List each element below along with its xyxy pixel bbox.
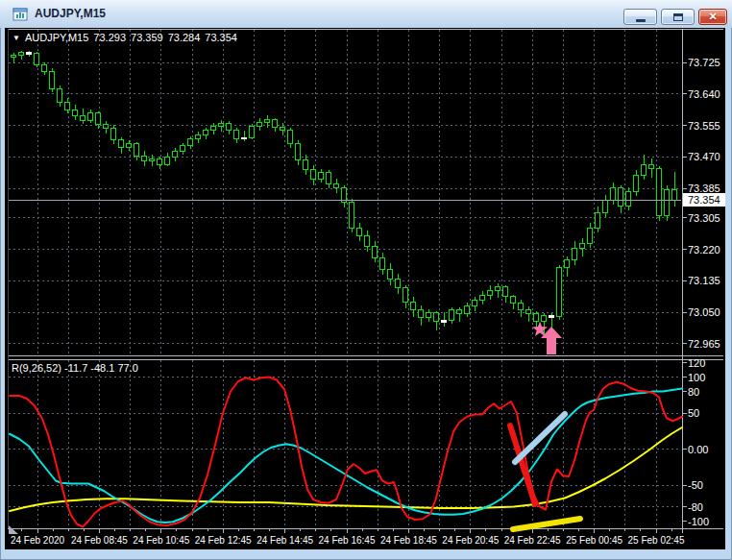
svg-text:73.555: 73.555 [688,120,720,132]
header-low: 73.284 [168,32,201,43]
chart-window: AUDJPY,M15 ✕ 73.72573.64073.55573.47073.… [0,0,732,560]
chart-icon [12,7,28,22]
svg-text:73.470: 73.470 [688,151,720,162]
titlebar[interactable]: AUDJPY,M15 ✕ [0,0,732,28]
svg-text:0.00: 0.00 [688,444,708,455]
close-icon: ✕ [708,10,717,24]
svg-text:25 Feb 00:45: 25 Feb 00:45 [566,535,622,546]
svg-text:24 Feb 2020: 24 Feb 2020 [11,535,65,546]
svg-text:-100: -100 [688,516,709,527]
chart-area[interactable]: 73.72573.64073.55573.47073.38573.30573.2… [5,28,725,549]
svg-text:73.354: 73.354 [688,194,720,206]
svg-text:-80: -80 [688,501,703,513]
svg-text:24 Feb 22:45: 24 Feb 22:45 [504,535,561,546]
svg-text:24 Feb 10:45: 24 Feb 10:45 [133,535,189,546]
svg-text:72.965: 72.965 [688,338,720,350]
svg-text:24 Feb 18:45: 24 Feb 18:45 [380,535,437,546]
header-symbol: AUDJPY,M15 [25,32,88,43]
svg-text:24 Feb 12:45: 24 Feb 12:45 [195,535,252,546]
chart-canvas[interactable]: 73.72573.64073.55573.47073.38573.30573.2… [5,28,725,549]
indicator-label: R(9,26,52) -11.7 -48.1 77.0 [12,362,138,374]
minimize-button[interactable] [623,9,657,25]
minimize-icon [636,19,646,22]
svg-text:73.220: 73.220 [688,244,720,256]
svg-text:24 Feb 16:45: 24 Feb 16:45 [319,535,376,546]
restore-icon [673,13,683,21]
window-controls: ✕ [623,9,727,25]
svg-text:24 Feb 14:45: 24 Feb 14:45 [256,535,313,546]
symbol-dropdown-icon[interactable]: ▼ [12,34,20,42]
current-price-tag: 73.354 [683,193,725,207]
header-high: 73.359 [131,32,163,43]
close-button[interactable]: ✕ [698,9,727,25]
svg-text:73.135: 73.135 [688,275,720,286]
svg-text:24 Feb 08:45: 24 Feb 08:45 [71,535,128,546]
svg-text:24 Feb 20:45: 24 Feb 20:45 [442,535,499,546]
svg-text:80: 80 [688,386,699,398]
svg-text:73.640: 73.640 [688,88,720,100]
window-title: AUDJPY,M15 [35,7,106,20]
chart-ohlc-header: ▼AUDJPY,M1573.29373.35973.28473.354 [12,32,242,43]
svg-text:120: 120 [688,357,705,369]
svg-text:25 Feb 02:45: 25 Feb 02:45 [628,535,685,546]
svg-text:50: 50 [688,407,699,419]
svg-text:73.050: 73.050 [688,306,720,318]
header-close: 73.354 [205,32,237,43]
svg-text:73.725: 73.725 [688,57,720,68]
svg-text:73.385: 73.385 [688,183,720,194]
header-open: 73.293 [93,32,126,43]
svg-text:73.305: 73.305 [688,212,720,224]
svg-text:-50: -50 [688,479,703,491]
restore-button[interactable] [661,9,695,25]
svg-text:100: 100 [688,372,705,383]
